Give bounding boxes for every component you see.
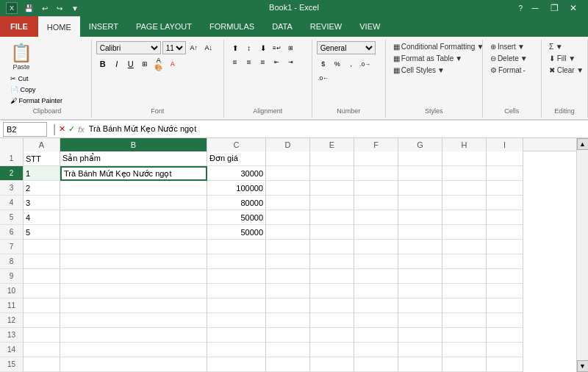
clear-btn[interactable]: ✖ Clear ▼ xyxy=(546,65,587,76)
row-header-10[interactable]: 10 xyxy=(0,284,24,298)
cell-i8[interactable] xyxy=(487,254,523,269)
font-name-select[interactable]: Calibri xyxy=(96,41,161,54)
cell-g4[interactable] xyxy=(398,196,442,210)
cell-h11[interactable] xyxy=(442,298,487,313)
paste-button[interactable]: 📋 Paste xyxy=(7,41,35,72)
cell-f7[interactable] xyxy=(354,240,398,254)
cell-e7[interactable] xyxy=(310,240,354,254)
tab-review[interactable]: REVIEW xyxy=(301,16,351,37)
cell-c14[interactable] xyxy=(207,343,266,357)
row-header-6[interactable]: 6 xyxy=(0,225,24,240)
redo-btn[interactable]: ↪ xyxy=(54,4,65,13)
col-header-c[interactable]: C xyxy=(207,138,266,151)
row-header-11[interactable]: 11 xyxy=(0,298,24,313)
cell-i11[interactable] xyxy=(487,298,523,313)
cell-c15[interactable] xyxy=(207,357,266,372)
cell-i9[interactable] xyxy=(487,269,523,284)
fill-btn[interactable]: ⬇ Fill ▼ xyxy=(546,53,578,64)
undo-btn[interactable]: ↩ xyxy=(40,4,50,13)
decrease-font-btn[interactable]: A↓ xyxy=(202,41,215,54)
cell-g6[interactable] xyxy=(398,225,442,240)
insert-cells-btn[interactable]: ⊕ Insert ▼ xyxy=(487,41,528,52)
cell-b10[interactable] xyxy=(60,284,207,298)
cell-i10[interactable] xyxy=(487,284,523,298)
italic-button[interactable]: I xyxy=(110,57,123,71)
cell-d9[interactable] xyxy=(266,269,310,284)
align-middle-btn[interactable]: ↕ xyxy=(243,41,256,54)
cell-f8[interactable] xyxy=(354,254,398,269)
cell-c10[interactable] xyxy=(207,284,266,298)
cell-f4[interactable] xyxy=(354,196,398,210)
confirm-formula-btn[interactable]: ✓ xyxy=(68,124,75,134)
accounting-btn[interactable]: $ xyxy=(317,57,330,71)
comma-btn[interactable]: , xyxy=(345,57,358,71)
increase-indent-btn[interactable]: ⇥ xyxy=(284,55,298,68)
cell-a11[interactable] xyxy=(24,298,60,313)
cell-f11[interactable] xyxy=(354,298,398,313)
cell-d14[interactable] xyxy=(266,343,310,357)
col-header-i[interactable]: I xyxy=(487,138,523,151)
col-header-f[interactable]: F xyxy=(354,138,398,151)
cell-i2[interactable] xyxy=(487,166,523,181)
cell-d4[interactable] xyxy=(266,196,310,210)
cell-c13[interactable] xyxy=(207,328,266,343)
cell-c8[interactable] xyxy=(207,254,266,269)
align-top-btn[interactable]: ⬆ xyxy=(229,41,242,54)
restore-btn[interactable]: ❐ xyxy=(545,0,563,16)
cell-e5[interactable] xyxy=(310,210,354,225)
formula-input[interactable] xyxy=(89,125,585,134)
row-header-3[interactable]: 3 xyxy=(0,181,24,196)
col-header-d[interactable]: D xyxy=(266,138,310,151)
cell-i13[interactable] xyxy=(487,328,523,343)
cell-g8[interactable] xyxy=(398,254,442,269)
cell-h12[interactable] xyxy=(442,313,487,328)
cell-c2[interactable]: 30000 xyxy=(207,166,266,181)
col-header-e[interactable]: E xyxy=(310,138,354,151)
row-header-2[interactable]: 2 xyxy=(0,166,24,181)
wrap-text-btn[interactable]: ≡↵ xyxy=(270,41,284,54)
cell-d2[interactable] xyxy=(266,166,310,181)
row-header-15[interactable]: 15 xyxy=(0,357,24,372)
scroll-up-btn[interactable]: ▲ xyxy=(577,138,589,150)
cell-g5[interactable] xyxy=(398,210,442,225)
cell-c4[interactable]: 80000 xyxy=(207,196,266,210)
cell-reference-box[interactable] xyxy=(3,122,47,137)
cell-h7[interactable] xyxy=(442,240,487,254)
cell-h3[interactable] xyxy=(442,181,487,196)
cell-f10[interactable] xyxy=(354,284,398,298)
cell-b1[interactable]: Sản phẩm xyxy=(60,151,207,166)
cell-i7[interactable] xyxy=(487,240,523,254)
cell-e10[interactable] xyxy=(310,284,354,298)
cell-e15[interactable] xyxy=(310,357,354,372)
cell-a6[interactable]: 5 xyxy=(24,225,60,240)
cell-h4[interactable] xyxy=(442,196,487,210)
cell-e14[interactable] xyxy=(310,343,354,357)
cell-d13[interactable] xyxy=(266,328,310,343)
cell-a13[interactable] xyxy=(24,328,60,343)
cell-b7[interactable] xyxy=(60,240,207,254)
row-header-12[interactable]: 12 xyxy=(0,313,24,328)
cell-d7[interactable] xyxy=(266,240,310,254)
tab-view[interactable]: VIEW xyxy=(351,16,389,37)
cell-g9[interactable] xyxy=(398,269,442,284)
row-header-8[interactable]: 8 xyxy=(0,254,24,269)
cell-b8[interactable] xyxy=(60,254,207,269)
cell-e12[interactable] xyxy=(310,313,354,328)
cell-c12[interactable] xyxy=(207,313,266,328)
cell-d3[interactable] xyxy=(266,181,310,196)
cell-g12[interactable] xyxy=(398,313,442,328)
cell-a5[interactable]: 4 xyxy=(24,210,60,225)
cell-i1[interactable] xyxy=(487,151,523,166)
cell-a2[interactable]: 1 xyxy=(24,166,60,181)
close-btn[interactable]: ✕ xyxy=(564,0,582,16)
cell-g13[interactable] xyxy=(398,328,442,343)
cell-g15[interactable] xyxy=(398,357,442,372)
cell-styles-btn[interactable]: ▦ Cell Styles ▼ xyxy=(390,65,448,76)
cell-h5[interactable] xyxy=(442,210,487,225)
cell-g2[interactable] xyxy=(398,166,442,181)
tab-data[interactable]: DATA xyxy=(263,16,301,37)
cell-a15[interactable] xyxy=(24,357,60,372)
cell-f13[interactable] xyxy=(354,328,398,343)
cell-f6[interactable] xyxy=(354,225,398,240)
align-center-btn[interactable]: ≡ xyxy=(243,55,256,68)
